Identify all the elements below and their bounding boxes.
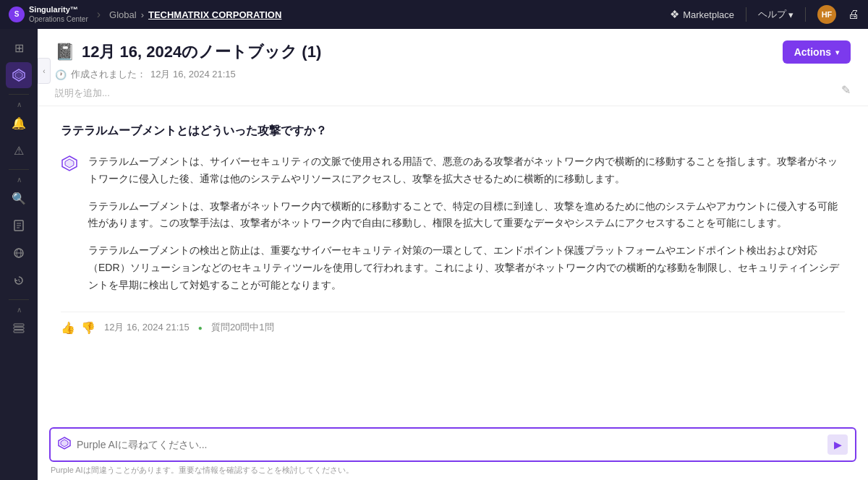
- feedback-badge: 質問20問中1問: [211, 321, 274, 334]
- purple-ai-input[interactable]: [77, 439, 827, 450]
- description-placeholder[interactable]: 説明を追加...: [55, 87, 851, 100]
- help-menu[interactable]: ヘルプ ▾: [758, 8, 793, 21]
- avatar[interactable]: HF: [817, 5, 836, 24]
- breadcrumb-org[interactable]: TECHMATRIX CORPORATION: [148, 9, 281, 20]
- question-title: ラテラルムーブメントとはどういった攻撃ですか？: [61, 124, 845, 139]
- sidebar-collapse-arrow[interactable]: ‹: [38, 58, 51, 84]
- created-date: 12月 16, 2024 21:15: [150, 68, 236, 81]
- top-navigation: S Singularity™ Operations Center › Globa…: [0, 0, 868, 29]
- ai-paragraph-2: ラテラルムーブメントは、攻撃者がネットワーク内で横断的に移動することで、特定の目…: [88, 198, 845, 233]
- feedback-dot: ●: [198, 324, 203, 332]
- sidebar-collapse-1[interactable]: ∧: [6, 100, 32, 108]
- notebook-title-text: 12月 16, 2024のノートブック (1): [82, 41, 321, 63]
- purple-ai-send-button[interactable]: ▶: [827, 434, 848, 455]
- sidebar: ⊞ ∧ 🔔 ⚠ ∧ 🔍: [0, 29, 38, 480]
- topnav-right: ❖ Marketplace ヘルプ ▾ HF 🖨: [670, 5, 859, 24]
- notebook-meta: 🕐 作成されました： 12月 16, 2024 21:15: [55, 68, 851, 81]
- sidebar-item-purple-ai[interactable]: [6, 62, 32, 88]
- sidebar-sep-3: [9, 299, 29, 300]
- purple-ai-input-wrap: ▶: [49, 427, 856, 462]
- help-label: ヘルプ: [758, 8, 786, 21]
- ai-response: ラテラルムーブメントは、サイバーセキュリティの文脈で使用される用語で、悪意のある…: [61, 153, 845, 294]
- ai-response-text: ラテラルムーブメントは、サイバーセキュリティの文脈で使用される用語で、悪意のある…: [88, 153, 845, 294]
- nav-divider-2: [805, 7, 806, 22]
- svg-marker-1: [15, 72, 22, 79]
- ai-paragraph-1: ラテラルムーブメントは、サイバーセキュリティの文脈で使用される用語で、悪意のある…: [88, 153, 845, 188]
- actions-chevron-icon: ▾: [835, 48, 839, 56]
- nav-divider: [746, 7, 746, 22]
- sidebar-item-threats[interactable]: ⚠: [6, 137, 32, 163]
- purple-ai-bar: ▶ Purple AIは間違うことがあります。重要な情報を確認することを検討して…: [38, 420, 868, 480]
- sidebar-item-alerts[interactable]: 🔔: [6, 110, 32, 136]
- breadcrumb-arrow: ›: [141, 9, 144, 20]
- sidebar-item-logs[interactable]: [6, 315, 32, 341]
- marketplace-label: Marketplace: [683, 9, 734, 20]
- thumbs-down-icon[interactable]: 👎: [81, 321, 95, 335]
- feedback-date: 12月 16, 2024 21:15: [104, 321, 190, 334]
- created-label: 作成されました：: [71, 68, 146, 81]
- marketplace-link[interactable]: ❖ Marketplace: [670, 8, 734, 21]
- svg-rect-12: [14, 327, 24, 330]
- ai-paragraph-3: ラテラルムーブメントの検出と防止は、重要なサイバーセキュリティ対策の一環として、…: [88, 242, 845, 293]
- breadcrumb-global[interactable]: Global: [109, 9, 137, 20]
- logo[interactable]: S Singularity™ Operations Center: [9, 5, 88, 23]
- breadcrumb: Global › TECHMATRIX CORPORATION: [109, 9, 281, 20]
- sidebar-collapse-2[interactable]: ∧: [6, 176, 32, 184]
- logo-text: Singularity™ Operations Center: [29, 5, 88, 23]
- thumbs-up-icon[interactable]: 👍: [61, 321, 75, 335]
- printer-icon[interactable]: 🖨: [848, 8, 859, 21]
- svg-marker-17: [61, 440, 68, 447]
- ai-response-icon: [61, 155, 78, 172]
- notebook-title: 📓 12月 16, 2024のノートブック (1): [55, 41, 321, 63]
- marketplace-icon: ❖: [670, 8, 679, 21]
- svg-line-10: [19, 281, 20, 283]
- nav-separator: ›: [97, 8, 101, 21]
- main-content: 📓 12月 16, 2024のノートブック (1) Actions ▾ 🕐 作成…: [38, 29, 868, 480]
- help-chevron-icon: ▾: [788, 9, 793, 20]
- purple-ai-disclaimer: Purple AIは間違うことがあります。重要な情報を確認することを検討してくだ…: [49, 465, 856, 476]
- actions-button[interactable]: Actions ▾: [783, 40, 851, 64]
- sidebar-sep-1: [9, 94, 29, 95]
- notebook-header: 📓 12月 16, 2024のノートブック (1) Actions ▾ 🕐 作成…: [38, 29, 868, 106]
- feedback-icons: 👍 👎: [61, 321, 95, 335]
- purple-ai-icon: [58, 437, 71, 453]
- edit-icon[interactable]: ✎: [841, 83, 851, 97]
- notebook-icon: 📓: [55, 43, 75, 61]
- svg-rect-11: [14, 324, 24, 326]
- sidebar-collapse-3[interactable]: ∧: [6, 306, 32, 314]
- actions-label: Actions: [794, 46, 831, 58]
- svg-rect-13: [14, 330, 24, 333]
- sidebar-sep-2: [9, 169, 29, 170]
- sidebar-item-search[interactable]: 🔍: [6, 185, 32, 211]
- svg-marker-15: [65, 159, 74, 168]
- feedback-row: 👍 👎 12月 16, 2024 21:15 ● 質問20問中1問: [61, 312, 845, 335]
- sidebar-item-dashboard[interactable]: ⊞: [6, 35, 32, 61]
- layout: ⊞ ∧ 🔔 ⚠ ∧ 🔍: [0, 29, 868, 480]
- clock-icon: 🕐: [55, 69, 67, 80]
- sidebar-item-history[interactable]: [6, 267, 32, 293]
- sidebar-item-reports[interactable]: [6, 213, 32, 239]
- notebook-title-row: 📓 12月 16, 2024のノートブック (1) Actions ▾: [55, 40, 851, 64]
- sidebar-item-xdr[interactable]: [6, 240, 32, 266]
- logo-icon: S: [9, 7, 25, 22]
